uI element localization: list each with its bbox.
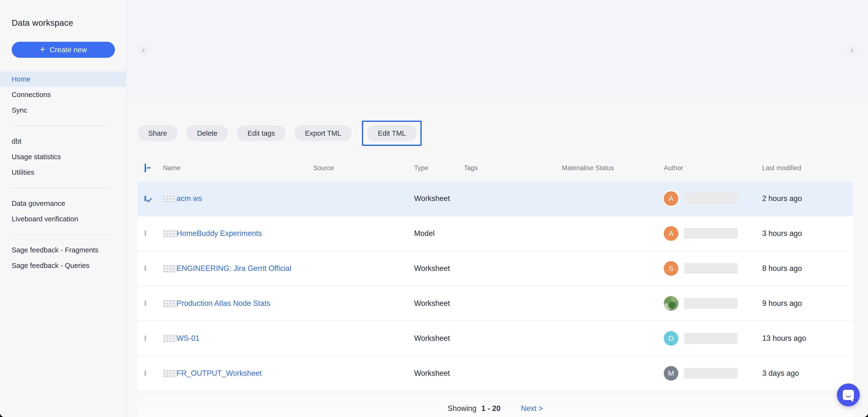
avatar: D — [664, 331, 678, 346]
sidebar-item-sage-feedback-fragments[interactable]: Sage feedback - Fragments — [0, 242, 126, 258]
author-name-redacted — [684, 263, 738, 274]
object-name-link[interactable]: WS-01 — [177, 334, 313, 343]
sidebar: Data workspace + Create new Home Connect… — [0, 0, 126, 417]
page-title: Data workspace — [12, 18, 126, 28]
sidebar-item-usage-statistics[interactable]: Usage statistics — [0, 149, 126, 165]
author-name-redacted — [684, 368, 738, 379]
showing-range: 1 - 20 — [481, 404, 500, 413]
cell-last-modified: 3 hours ago — [762, 229, 853, 238]
table-row: WS-01 Worksheet D 13 hours ago — [137, 321, 853, 356]
main-content: Share Delete Edit tags Export TML Edit T… — [126, 0, 868, 417]
worksheet-icon — [163, 369, 177, 377]
cell-last-modified: 13 hours ago — [762, 334, 853, 343]
sidebar-item-dbt[interactable]: dbt — [0, 133, 126, 149]
share-button[interactable]: Share — [137, 125, 178, 141]
object-name-link[interactable]: FR_OUTPUT_Worksheet — [177, 369, 313, 378]
row-checkbox[interactable] — [145, 231, 146, 236]
edit-tml-button[interactable]: Edit TML — [367, 125, 416, 141]
row-checkbox[interactable] — [145, 335, 146, 341]
table-row: ENGINEERING: Jira Gerrit Official Worksh… — [137, 251, 853, 286]
bulk-action-toolbar: Share Delete Edit tags Export TML Edit T… — [137, 121, 868, 146]
table-row: HomeBuddy Experiments Model A 3 hours ag… — [137, 216, 853, 251]
table-header-row: Name Source Type Tags Materialise Status… — [137, 155, 853, 181]
sidebar-item-connections[interactable]: Connections — [0, 87, 126, 102]
cell-author: D — [664, 331, 762, 346]
carousel-region — [126, 0, 868, 101]
delete-button[interactable]: Delete — [186, 125, 228, 141]
column-header-materialise-status: Materialise Status — [562, 164, 664, 172]
row-checkbox[interactable] — [145, 196, 146, 201]
export-tml-button[interactable]: Export TML — [294, 125, 352, 141]
author-name-redacted — [684, 333, 738, 344]
create-new-label: Create new — [50, 46, 87, 54]
avatar: A — [664, 191, 678, 206]
cell-author: M — [664, 366, 762, 381]
sidebar-item-utilities[interactable]: Utilities — [0, 165, 126, 180]
worksheet-icon — [163, 230, 177, 237]
object-name-link[interactable]: Production Atlas Node Stats — [177, 299, 313, 308]
cell-author: A — [664, 191, 762, 206]
row-checkbox[interactable] — [145, 370, 146, 376]
cell-type: Worksheet — [414, 369, 464, 378]
cell-last-modified: 2 hours ago — [762, 194, 853, 203]
avatar: A — [664, 226, 678, 241]
column-header-source: Source — [313, 164, 414, 172]
column-header-type: Type — [414, 164, 464, 172]
object-name-link[interactable]: acm ws — [177, 194, 313, 203]
showing-label: Showing — [447, 404, 476, 413]
sidebar-item-home[interactable]: Home — [0, 71, 126, 87]
cell-author: A — [664, 226, 762, 241]
sidebar-item-sync[interactable]: Sync — [0, 102, 126, 118]
edit-tml-focus-ring: Edit TML — [362, 121, 422, 146]
carousel-prev-button[interactable] — [138, 44, 149, 56]
sidebar-nav: Home Connections Sync dbt Usage statisti… — [0, 71, 126, 273]
pagination-bar: Showing 1 - 20 Next > — [137, 391, 853, 417]
next-page-link[interactable]: Next > — [521, 404, 543, 413]
create-new-button[interactable]: + Create new — [12, 42, 115, 58]
table-row: FR_OUTPUT_Worksheet Worksheet M 3 days a… — [137, 356, 853, 391]
row-checkbox[interactable] — [145, 266, 146, 271]
chevron-right-icon — [849, 48, 855, 53]
worksheet-icon — [163, 300, 177, 307]
chevron-left-icon — [141, 48, 146, 53]
worksheet-icon — [163, 334, 177, 342]
author-name-redacted — [684, 298, 738, 309]
data-objects-table: Name Source Type Tags Materialise Status… — [137, 155, 853, 391]
cell-last-modified: 3 days ago — [762, 369, 853, 378]
list-section: Share Delete Edit tags Export TML Edit T… — [126, 101, 868, 417]
object-name-link[interactable]: HomeBuddy Experiments — [177, 229, 313, 238]
app-window: Data workspace + Create new Home Connect… — [0, 0, 868, 417]
author-name-redacted — [684, 228, 738, 239]
column-header-last-modified: Last modified — [762, 164, 853, 172]
column-header-name: Name — [163, 164, 313, 172]
plus-icon: + — [40, 44, 45, 54]
cell-author — [664, 296, 762, 311]
sidebar-item-liveboard-verification[interactable]: Liveboard verification — [0, 211, 126, 227]
cell-type: Model — [414, 229, 464, 238]
column-header-author: Author — [664, 164, 762, 172]
cell-last-modified: 9 hours ago — [762, 299, 853, 308]
carousel-next-button[interactable] — [846, 44, 858, 56]
cell-type: Worksheet — [414, 264, 464, 273]
table-row: acm ws Worksheet A 2 hours ago — [137, 181, 853, 216]
cell-type: Worksheet — [414, 194, 464, 203]
table-row: Production Atlas Node Stats Worksheet 9 … — [137, 286, 853, 321]
worksheet-icon — [163, 195, 177, 202]
avatar: S — [664, 261, 678, 276]
select-all-checkbox[interactable] — [145, 163, 146, 172]
sidebar-item-sage-feedback-queries[interactable]: Sage feedback - Queries — [0, 258, 126, 273]
sidebar-divider — [0, 180, 126, 196]
worksheet-icon — [163, 265, 177, 272]
sidebar-divider — [0, 227, 126, 242]
row-checkbox[interactable] — [145, 300, 146, 306]
edit-tags-button[interactable]: Edit tags — [237, 125, 285, 141]
author-name-redacted — [684, 193, 738, 204]
chat-launcher-button[interactable] — [837, 384, 860, 406]
avatar-photo — [664, 296, 678, 311]
column-header-tags: Tags — [464, 164, 562, 172]
sidebar-divider — [0, 118, 126, 133]
object-name-link[interactable]: ENGINEERING: Jira Gerrit Official — [177, 264, 313, 273]
avatar: M — [664, 366, 678, 381]
cell-type: Worksheet — [414, 299, 464, 308]
sidebar-item-data-governance[interactable]: Data governance — [0, 196, 126, 211]
